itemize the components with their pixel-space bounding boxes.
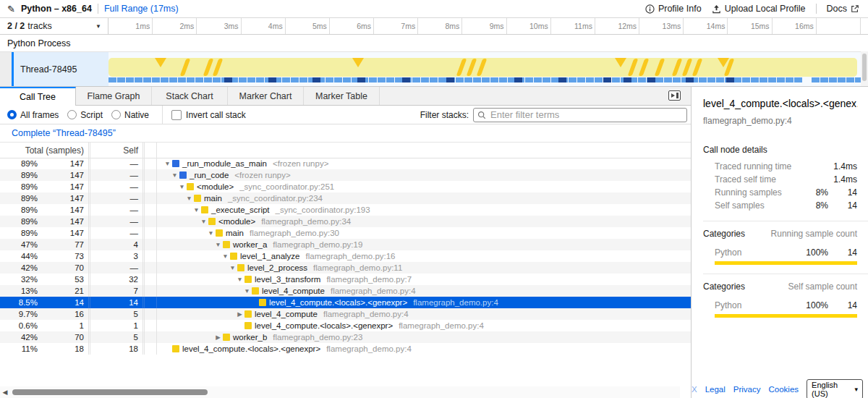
function-name: level_4_compute: [262, 285, 325, 297]
tab-marker-chart[interactable]: Marker Chart: [228, 87, 304, 105]
tracks-dropdown[interactable]: 2 / 2 tracks ▼: [0, 18, 109, 34]
expand-arrow-down-icon[interactable]: ▼: [199, 216, 208, 227]
cell-self: 14: [90, 297, 142, 308]
thread-track[interactable]: Thread-78495: [0, 52, 868, 87]
profile-info-button[interactable]: Profile Info: [645, 4, 702, 14]
table-row[interactable]: 0.6%11level_4_compute.<locals>.<genexpr>…: [0, 320, 691, 331]
footer-link-legal[interactable]: Legal: [705, 385, 726, 394]
horizontal-scrollbar-thumb[interactable]: [12, 389, 208, 395]
expand-arrow-down-icon[interactable]: ▼: [206, 227, 216, 239]
expand-arrow-down-icon[interactable]: ▼: [221, 250, 230, 262]
sample-segment: [760, 77, 767, 82]
function-name: _execute_script: [211, 204, 270, 216]
table-row[interactable]: 89%147—▼_run_code<frozen runpy>: [0, 169, 691, 181]
total-percent: 89%: [0, 192, 38, 204]
table-row[interactable]: 89%147—▼_run_module_as_main<frozen runpy…: [0, 158, 691, 169]
expand-arrow-down-icon[interactable]: ▼: [213, 239, 223, 250]
filter-stacks-searchbox[interactable]: [473, 108, 687, 122]
expand-arrow-right-icon[interactable]: ▶: [213, 331, 223, 343]
cell-function: ▶level_4_computeflamegraph_demo.py:4: [157, 308, 691, 320]
sidebar-toggle-icon[interactable]: [668, 90, 681, 101]
thread-track-label[interactable]: Thread-78495: [14, 52, 109, 86]
cell-function: ▼_run_code<frozen runpy>: [157, 169, 691, 181]
column-header-total[interactable]: Total (samples): [0, 143, 88, 158]
table-row[interactable]: 9.7%165▶level_4_computeflamegraph_demo.p…: [0, 308, 691, 320]
sample-segment: [421, 77, 429, 82]
invert-call-stack-checkbox[interactable]: [171, 110, 182, 120]
sample-segment-dark: [726, 77, 734, 82]
time-tick: 1ms: [109, 18, 153, 34]
sample-segment: [169, 77, 177, 82]
total-percent: 11%: [0, 343, 38, 355]
table-row[interactable]: 8.5%1414level_4_compute.<locals>.<genexp…: [0, 297, 691, 308]
total-count: 18: [38, 343, 88, 355]
radio-script[interactable]: [67, 110, 77, 119]
footer-link-cookies[interactable]: Cookies: [769, 385, 799, 394]
process-track-label: Python Process: [7, 38, 71, 48]
tab-call-tree[interactable]: Call Tree: [0, 87, 76, 106]
footer-x-link[interactable]: X: [692, 385, 697, 394]
sample-segment: [777, 77, 785, 82]
tab-flame-graph[interactable]: Flame Graph: [76, 87, 152, 105]
expand-arrow-down-icon[interactable]: ▼: [170, 169, 179, 181]
radio-native[interactable]: [111, 110, 121, 119]
indent-spacer: [157, 326, 235, 326]
time-tick: 2ms: [153, 18, 197, 34]
sample-segment: [751, 77, 759, 82]
table-row[interactable]: 89%147—▼<module>_sync_coordinator.py:251: [0, 181, 691, 192]
language-select[interactable]: English (US) ▾: [807, 379, 863, 398]
total-percent: 89%: [0, 158, 38, 169]
function-file: flamegraph_demo.py:30: [250, 227, 339, 239]
table-row[interactable]: 42%705▶worker_bflamegraph_demo.py:23: [0, 331, 691, 343]
invert-call-stack-label[interactable]: Invert call stack: [186, 110, 246, 120]
tracks-vertical-scrollbar-thumb[interactable]: [862, 54, 867, 81]
edit-pencil-icon[interactable]: ✎: [7, 4, 15, 14]
upload-icon: [712, 4, 721, 14]
categories-count-type: Running sample count: [771, 229, 857, 239]
total-percent: 32%: [0, 274, 38, 285]
table-row[interactable]: 89%147—▼mainflamegraph_demo.py:30: [0, 227, 691, 239]
process-track-header[interactable]: Python Process: [0, 35, 868, 52]
footer-links: LegalPrivacyCookies: [705, 385, 799, 394]
table-row[interactable]: 89%147—▼_execute_script_sync_coordinator…: [0, 204, 691, 216]
table-row[interactable]: 47%774▼worker_aflamegraph_demo.py:19: [0, 239, 691, 250]
column-header-self[interactable]: Self: [90, 143, 142, 158]
expand-arrow-down-icon[interactable]: ▼: [184, 192, 194, 204]
sample-segment: [612, 77, 620, 82]
filter-stacks-input[interactable]: [489, 109, 686, 121]
thread-activity-graph[interactable]: [109, 52, 857, 86]
tab-stack-chart[interactable]: Stack Chart: [152, 87, 228, 105]
expand-arrow-down-icon[interactable]: ▼: [228, 262, 237, 274]
radio-label-script[interactable]: Script: [80, 110, 103, 120]
full-range-button[interactable]: Full Range (17ms): [104, 4, 179, 14]
docs-link[interactable]: Docs: [827, 4, 859, 14]
tab-marker-table[interactable]: Marker Table: [304, 87, 380, 105]
category-square-icon: [172, 345, 179, 352]
table-row[interactable]: 44%733▼level_1_analyzeflamegraph_demo.py…: [0, 250, 691, 262]
table-row[interactable]: 13%217▼level_4_computeflamegraph_demo.py…: [0, 285, 691, 297]
expand-arrow-down-icon[interactable]: ▼: [192, 204, 201, 216]
table-row[interactable]: 89%147—▼<module>flamegraph_demo.py:34: [0, 216, 691, 227]
breadcrumb-complete-thread[interactable]: Complete “Thread-78495”: [12, 128, 116, 138]
radio-all-frames[interactable]: [7, 110, 17, 119]
cell-function: ▼_run_module_as_main<frozen runpy>: [157, 158, 691, 169]
radio-label-all-frames[interactable]: All frames: [20, 110, 59, 120]
expand-arrow-down-icon[interactable]: ▼: [242, 285, 252, 297]
scroll-left-arrow-icon[interactable]: ◀: [0, 389, 10, 396]
table-row[interactable]: 42%70—▼level_2_processflamegraph_demo.py…: [0, 262, 691, 274]
footer-link-privacy[interactable]: Privacy: [733, 385, 761, 394]
sample-segment: [499, 77, 507, 82]
table-row[interactable]: 11%1818level_4_compute.<locals>.<genexpr…: [0, 343, 691, 355]
expand-arrow-right-icon[interactable]: ▶: [235, 308, 244, 320]
upload-profile-button[interactable]: Upload Local Profile: [712, 4, 806, 14]
table-row[interactable]: 32%5332▼level_3_transformflamegraph_demo…: [0, 274, 691, 285]
tracks-vertical-scrollbar[interactable]: [861, 51, 868, 86]
radio-label-native[interactable]: Native: [124, 110, 149, 120]
horizontal-scrollbar[interactable]: ◀: [0, 386, 680, 398]
expand-arrow-down-icon[interactable]: ▼: [235, 274, 244, 285]
function-name: level_1_analyze: [240, 250, 299, 262]
total-count: 14: [38, 297, 88, 308]
expand-arrow-down-icon[interactable]: ▼: [177, 181, 187, 192]
table-row[interactable]: 89%147—▼main_sync_coordinator.py:234: [0, 192, 691, 204]
expand-arrow-down-icon[interactable]: ▼: [163, 158, 172, 169]
